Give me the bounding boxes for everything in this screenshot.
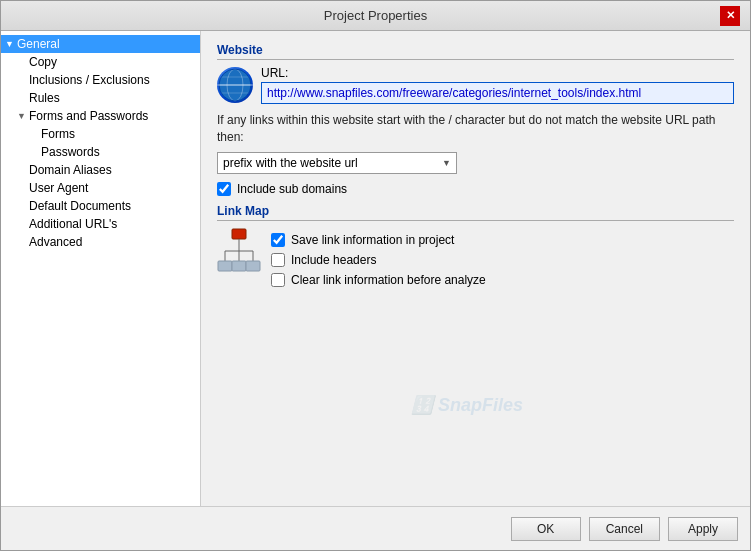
cancel-button[interactable]: Cancel (589, 517, 660, 541)
prefix-select-wrapper: prefix with the website url ignore use a… (217, 152, 457, 174)
sidebar-item-domain-aliases[interactable]: Domain Aliases (1, 161, 200, 179)
url-input[interactable] (261, 82, 734, 104)
save-link-info-row: Save link information in project (271, 233, 734, 247)
include-subdomains-checkbox[interactable] (217, 182, 231, 196)
project-properties-window: Project Properties ✕ ▼ General Copy Incl… (0, 0, 751, 551)
sidebar-item-user-agent[interactable]: User Agent (1, 179, 200, 197)
sidebar-item-rules[interactable]: Rules (1, 89, 200, 107)
url-row: URL: (217, 66, 734, 104)
svg-rect-6 (232, 229, 246, 239)
main-panel: Website URL: (201, 31, 750, 305)
sidebar-item-advanced[interactable]: Advanced (1, 233, 200, 251)
include-headers-label: Include headers (291, 253, 376, 267)
network-icon (217, 227, 261, 277)
main-wrapper: Website URL: (201, 31, 750, 506)
title-bar: Project Properties ✕ (1, 1, 750, 31)
globe-icon (217, 67, 253, 103)
link-map-section-label: Link Map (217, 204, 734, 221)
sidebar: ▼ General Copy Inclusions / Exclusions R… (1, 31, 201, 506)
watermark: 🔢 SnapFiles (411, 394, 523, 416)
sidebar-item-inclusions[interactable]: Inclusions / Exclusions (1, 71, 200, 89)
content-area: ▼ General Copy Inclusions / Exclusions R… (1, 31, 750, 506)
sidebar-item-copy[interactable]: Copy (1, 53, 200, 71)
link-map-row: Save link information in project Include… (217, 227, 734, 293)
url-section: URL: (261, 66, 734, 104)
sidebar-item-forms[interactable]: Forms (1, 125, 200, 143)
save-link-info-checkbox[interactable] (271, 233, 285, 247)
link-map-options: Save link information in project Include… (271, 227, 734, 293)
ok-button[interactable]: OK (511, 517, 581, 541)
include-subdomains-row: Include sub domains (217, 182, 734, 196)
clear-link-info-checkbox[interactable] (271, 273, 285, 287)
window-title: Project Properties (31, 8, 720, 23)
link-map-section: Link Map (217, 204, 734, 293)
prefix-select[interactable]: prefix with the website url ignore use a… (217, 152, 457, 174)
close-button[interactable]: ✕ (720, 6, 740, 26)
dropdown-row: prefix with the website url ignore use a… (217, 152, 734, 174)
save-link-info-label: Save link information in project (291, 233, 454, 247)
svg-rect-14 (246, 261, 260, 271)
sidebar-item-additional-urls[interactable]: Additional URL's (1, 215, 200, 233)
website-section-label: Website (217, 43, 734, 60)
svg-rect-12 (218, 261, 232, 271)
include-subdomains-label: Include sub domains (237, 182, 347, 196)
sidebar-item-default-documents[interactable]: Default Documents (1, 197, 200, 215)
url-label: URL: (261, 66, 734, 80)
clear-link-info-label: Clear link information before analyze (291, 273, 486, 287)
apply-button[interactable]: Apply (668, 517, 738, 541)
sidebar-item-forms-passwords[interactable]: ▼ Forms and Passwords (1, 107, 200, 125)
include-headers-checkbox[interactable] (271, 253, 285, 267)
footer: OK Cancel Apply (1, 506, 750, 550)
svg-rect-13 (232, 261, 246, 271)
description-text: If any links within this website start w… (217, 112, 734, 146)
sidebar-item-general[interactable]: ▼ General (1, 35, 200, 53)
include-headers-row: Include headers (271, 253, 734, 267)
sidebar-item-passwords[interactable]: Passwords (1, 143, 200, 161)
clear-link-info-row: Clear link information before analyze (271, 273, 734, 287)
arrow-general: ▼ (5, 39, 17, 49)
